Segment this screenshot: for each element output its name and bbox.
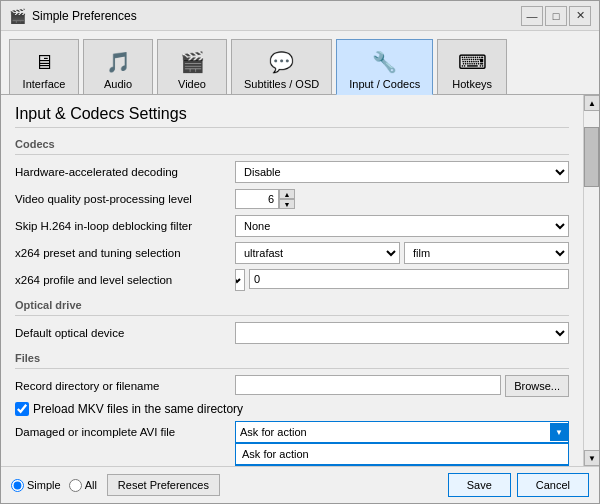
minimize-button[interactable]: — xyxy=(521,6,543,26)
preload-mkv-label: Preload MKV files in the same directory xyxy=(33,402,243,416)
show-all-radio[interactable] xyxy=(69,479,82,492)
scroll-thumb[interactable] xyxy=(584,127,599,187)
show-simple-item: Simple xyxy=(11,479,61,492)
damaged-avi-menu: Ask for action Always fix Never fix Fix … xyxy=(235,443,569,466)
x264-preset-row: x264 preset and tuning selection ultrafa… xyxy=(15,242,569,264)
reset-preferences-button[interactable]: Reset Preferences xyxy=(107,474,220,496)
bottom-left: Simple All Reset Preferences xyxy=(11,474,220,496)
x264-preset-control: ultrafast superfast veryfast faster fast… xyxy=(235,242,569,264)
damaged-avi-arrow: ▼ xyxy=(550,423,568,441)
skip-h264-select[interactable]: None Non-ref Bidir Non-key All xyxy=(235,215,569,237)
show-all-item: All xyxy=(69,479,97,492)
x264-profile-dual: high baseline main high10 high422 high44… xyxy=(235,269,569,291)
content-area: Input & Codecs Settings Codecs Hardware-… xyxy=(1,95,599,466)
tab-input[interactable]: 🔧 Input / Codecs xyxy=(336,39,433,95)
tab-subtitles-label: Subtitles / OSD xyxy=(244,78,319,90)
optical-section-label: Optical drive xyxy=(15,299,569,311)
tab-interface[interactable]: 🖥 Interface xyxy=(9,39,79,94)
x264-level-input[interactable] xyxy=(249,269,569,289)
video-quality-label: Video quality post-processing level xyxy=(15,193,235,205)
record-dir-file-row: Browse... xyxy=(235,375,569,397)
bottom-right: Save Cancel xyxy=(448,473,589,497)
optical-device-row: Default optical device xyxy=(15,322,569,344)
optical-device-select[interactable] xyxy=(235,322,569,344)
titlebar-controls: — □ ✕ xyxy=(521,6,591,26)
tab-hotkeys[interactable]: ⌨ Hotkeys xyxy=(437,39,507,94)
cancel-button[interactable]: Cancel xyxy=(517,473,589,497)
skip-h264-control: None Non-ref Bidir Non-key All xyxy=(235,215,569,237)
optical-device-control xyxy=(235,322,569,344)
record-dir-label: Record directory or filename xyxy=(15,380,235,392)
titlebar: 🎬 Simple Preferences — □ ✕ xyxy=(1,1,599,31)
video-quality-input: ▲ ▼ xyxy=(235,189,295,209)
page-title: Input & Codecs Settings xyxy=(15,105,569,128)
x264-preset-dual: ultrafast superfast veryfast faster fast… xyxy=(235,242,569,264)
subtitles-icon: 💬 xyxy=(266,46,298,78)
x264-profile-label: x264 profile and level selection xyxy=(15,274,235,286)
damaged-avi-selected-text: Ask for action xyxy=(240,426,307,438)
preload-mkv-checkbox[interactable] xyxy=(15,402,29,416)
main-panel: Input & Codecs Settings Codecs Hardware-… xyxy=(1,95,583,466)
hardware-accel-select[interactable]: Disable Automatic DirectX VA 2.0 DXVA2 (… xyxy=(235,161,569,183)
tab-input-label: Input / Codecs xyxy=(349,78,420,90)
skip-h264-row: Skip H.264 in-loop deblocking filter Non… xyxy=(15,215,569,237)
audio-icon: 🎵 xyxy=(102,46,134,78)
tab-video-label: Video xyxy=(178,78,206,90)
hardware-accel-label: Hardware-accelerated decoding xyxy=(15,166,235,178)
files-section-label: Files xyxy=(15,352,569,364)
bottom-bar: Simple All Reset Preferences Save Cancel xyxy=(1,466,599,503)
x264-profile-row: x264 profile and level selection high ba… xyxy=(15,269,569,291)
video-quality-field[interactable] xyxy=(235,189,279,209)
damaged-avi-label: Damaged or incomplete AVI file xyxy=(15,426,235,438)
browse-button[interactable]: Browse... xyxy=(505,375,569,397)
video-quality-up[interactable]: ▲ xyxy=(279,189,295,199)
scroll-down-button[interactable]: ▼ xyxy=(584,450,599,466)
preload-mkv-row: Preload MKV files in the same directory xyxy=(15,402,569,416)
tab-subtitles[interactable]: 💬 Subtitles / OSD xyxy=(231,39,332,94)
x264-profile-select1[interactable]: high baseline main high10 high422 high44… xyxy=(235,269,245,291)
codecs-divider xyxy=(15,154,569,155)
x264-preset-select1[interactable]: ultrafast superfast veryfast faster fast… xyxy=(235,242,400,264)
close-button[interactable]: ✕ xyxy=(569,6,591,26)
tab-interface-label: Interface xyxy=(23,78,66,90)
optical-device-label: Default optical device xyxy=(15,327,235,339)
record-dir-row: Record directory or filename Browse... xyxy=(15,375,569,397)
damaged-avi-option-1[interactable]: Always fix xyxy=(236,464,568,466)
titlebar-app-icon: 🎬 xyxy=(9,8,26,24)
tab-audio[interactable]: 🎵 Audio xyxy=(83,39,153,94)
video-icon: 🎬 xyxy=(176,46,208,78)
tab-video[interactable]: 🎬 Video xyxy=(157,39,227,94)
show-simple-label: Simple xyxy=(27,479,61,491)
maximize-button[interactable]: □ xyxy=(545,6,567,26)
x264-preset-label: x264 preset and tuning selection xyxy=(15,247,235,259)
damaged-avi-selected[interactable]: Ask for action ▼ xyxy=(235,421,569,443)
damaged-avi-row: Damaged or incomplete AVI file Ask for a… xyxy=(15,421,569,443)
hardware-accel-row: Hardware-accelerated decoding Disable Au… xyxy=(15,161,569,183)
show-simple-radio[interactable] xyxy=(11,479,24,492)
damaged-avi-option-0[interactable]: Ask for action xyxy=(236,444,568,464)
interface-icon: 🖥 xyxy=(28,46,60,78)
save-button[interactable]: Save xyxy=(448,473,511,497)
record-dir-control: Browse... xyxy=(235,375,569,397)
scroll-up-button[interactable]: ▲ xyxy=(584,95,599,111)
show-all-label: All xyxy=(85,479,97,491)
tab-audio-label: Audio xyxy=(104,78,132,90)
codecs-section-label: Codecs xyxy=(15,138,569,150)
video-quality-control: ▲ ▼ xyxy=(235,189,569,209)
input-icon: 🔧 xyxy=(369,46,401,78)
optical-divider xyxy=(15,315,569,316)
x264-preset-select2[interactable]: film animation grain psnr ssim fastdecod… xyxy=(404,242,569,264)
x264-profile-control: high baseline main high10 high422 high44… xyxy=(235,269,569,291)
hotkeys-icon: ⌨ xyxy=(456,46,488,78)
video-quality-down[interactable]: ▼ xyxy=(279,199,295,209)
show-settings-group: Simple All xyxy=(11,479,97,492)
damaged-avi-dropdown-container: Ask for action ▼ Ask for action Always f… xyxy=(235,421,569,443)
skip-h264-label: Skip H.264 in-loop deblocking filter xyxy=(15,220,235,232)
titlebar-title: Simple Preferences xyxy=(32,9,137,23)
files-divider xyxy=(15,368,569,369)
video-quality-row: Video quality post-processing level ▲ ▼ xyxy=(15,188,569,210)
record-dir-input[interactable] xyxy=(235,375,501,395)
scrollbar: ▲ ▼ xyxy=(583,95,599,466)
tabs-bar: 🖥 Interface 🎵 Audio 🎬 Video 💬 Subtitles … xyxy=(1,31,599,95)
tab-hotkeys-label: Hotkeys xyxy=(452,78,492,90)
